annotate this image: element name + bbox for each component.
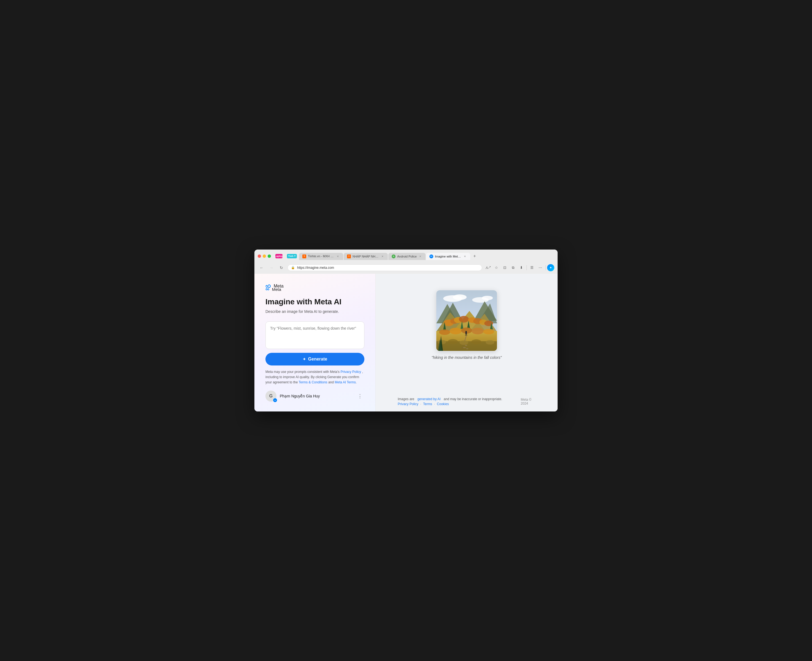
url-text: https://imagine.meta.com bbox=[297, 266, 479, 270]
tab-close-1[interactable]: ✕ bbox=[336, 254, 340, 258]
browser-tab-1[interactable]: T Tinhte.vn - MXH Hỏi đáp, Rev... ✕ bbox=[299, 253, 343, 260]
toolbar-actions: 𝐴↗ ☆ ⊡ ⧉ ⬇ ☰ ⋯ ✦ bbox=[484, 264, 554, 271]
svg-point-15 bbox=[459, 316, 469, 323]
browser-main: Meta ∞ Meta Imagine with Meta AI Describ… bbox=[255, 274, 557, 412]
browser-titlebar: Laptop Tinh T T Tinhte.vn - MXH Hỏi đáp,… bbox=[258, 252, 554, 260]
generated-by-ai-link[interactable]: generated by AI bbox=[417, 397, 440, 401]
tab-favicon-3: A bbox=[392, 254, 396, 258]
svg-point-28 bbox=[472, 328, 484, 334]
browser-tabs: T Tinhte.vn - MXH Hỏi đáp, Rev... ✕ T NH… bbox=[299, 252, 554, 260]
profile-tinht-badge[interactable]: Tinh T bbox=[287, 254, 297, 258]
svg-point-31 bbox=[465, 331, 467, 332]
browser-tab-4-active[interactable]: M Imagine with Meta AI ✕ bbox=[426, 253, 470, 260]
left-panel: Meta ∞ Meta Imagine with Meta AI Describ… bbox=[255, 274, 376, 412]
forward-button[interactable]: → bbox=[267, 264, 275, 271]
footer-cookies-link[interactable]: Cookies bbox=[437, 402, 449, 406]
svg-point-39 bbox=[471, 339, 481, 344]
user-info: G ∞ Phạm Nguyễn Gia Huy bbox=[266, 391, 320, 402]
more-button[interactable]: ⋯ bbox=[537, 264, 544, 271]
svg-point-40 bbox=[486, 340, 495, 345]
generate-button[interactable]: ✦ Generate bbox=[266, 353, 364, 366]
traffic-lights bbox=[258, 254, 271, 258]
tab-close-3[interactable]: ✕ bbox=[418, 254, 422, 258]
browser-tab-2[interactable]: T NHÁP NHÁP NHÁP | Tinhte.vn ✕ bbox=[344, 253, 388, 260]
user-avatar: G ∞ bbox=[266, 391, 277, 402]
page-title: Imagine with Meta AI bbox=[266, 297, 364, 307]
left-footer: G ∞ Phạm Nguyễn Gia Huy ⋮ bbox=[266, 385, 364, 402]
collections-button[interactable]: ⬇ bbox=[517, 264, 525, 271]
read-aloud-button[interactable]: 𝐴↗ bbox=[484, 264, 492, 271]
privacy-policy-link[interactable]: Privacy Policy bbox=[340, 370, 361, 374]
minimize-window-button[interactable] bbox=[263, 254, 266, 258]
lock-icon: 🔒 bbox=[291, 266, 295, 269]
profile-laptop-badge[interactable]: Laptop bbox=[275, 254, 282, 258]
svg-point-45 bbox=[466, 348, 468, 349]
svg-point-44 bbox=[463, 347, 466, 348]
back-button[interactable]: ← bbox=[258, 264, 266, 271]
tab-favicon-1: T bbox=[303, 254, 306, 258]
footer-copyright: Meta © 2024 bbox=[521, 398, 535, 406]
sparkle-icon: ✦ bbox=[303, 357, 306, 361]
user-name: Phạm Nguyễn Gia Huy bbox=[280, 394, 320, 398]
tab-favicon-4: M bbox=[429, 254, 433, 258]
svg-point-2 bbox=[453, 294, 467, 300]
user-meta-badge: ∞ bbox=[273, 398, 277, 402]
content-row: Meta ∞ Meta Imagine with Meta AI Describ… bbox=[255, 274, 557, 412]
footer-left: Images are generated by AI and may be in… bbox=[398, 397, 521, 406]
browser-toolbar: ← → ↻ 🔒 https://imagine.meta.com 𝐴↗ ☆ ⊡ … bbox=[258, 262, 554, 274]
maximize-window-button[interactable] bbox=[267, 254, 271, 258]
footer-terms-link[interactable]: Terms bbox=[423, 402, 432, 406]
user-menu-button[interactable]: ⋮ bbox=[356, 392, 364, 401]
terms-conditions-link[interactable]: Terms & Conditions bbox=[299, 380, 327, 384]
split-view-button[interactable]: ⧉ bbox=[509, 264, 517, 271]
generated-image bbox=[436, 290, 497, 351]
legal-text: Meta may use your prompts consistent wit… bbox=[266, 369, 364, 385]
tab-label-3: Android Police bbox=[397, 255, 417, 258]
meta-brand-text: Meta bbox=[272, 287, 281, 292]
sidebar-button[interactable]: ☰ bbox=[528, 264, 536, 271]
svg-point-38 bbox=[460, 340, 468, 345]
svg-point-26 bbox=[450, 328, 462, 334]
browser-chrome: Laptop Tinh T T Tinhte.vn - MXH Hỏi đáp,… bbox=[255, 249, 557, 274]
browser-window: Laptop Tinh T T Tinhte.vn - MXH Hỏi đáp,… bbox=[255, 249, 557, 412]
new-tab-button[interactable]: + bbox=[471, 252, 479, 260]
prompt-input[interactable] bbox=[266, 321, 364, 349]
footer-privacy-link[interactable]: Privacy Policy bbox=[398, 402, 418, 406]
svg-point-4 bbox=[482, 296, 493, 300]
browser-tab-3[interactable]: A Android Police ✕ bbox=[388, 253, 426, 260]
svg-point-25 bbox=[439, 329, 450, 335]
tab-label-4: Imagine with Meta AI bbox=[435, 255, 461, 258]
svg-rect-32 bbox=[466, 332, 467, 334]
page-subtitle: Describe an image for Meta AI to generat… bbox=[266, 309, 364, 314]
browser-view-button[interactable]: ⊡ bbox=[501, 264, 509, 271]
tab-label-1: Tinhte.vn - MXH Hỏi đáp, Rev... bbox=[308, 254, 334, 258]
address-bar[interactable]: 🔒 https://imagine.meta.com bbox=[287, 264, 482, 271]
image-caption: "hiking in the mountains in the fall col… bbox=[432, 355, 502, 360]
close-window-button[interactable] bbox=[258, 254, 261, 258]
tab-close-4[interactable]: ✕ bbox=[463, 254, 467, 258]
refresh-button[interactable]: ↻ bbox=[277, 264, 285, 271]
tab-favicon-2: T bbox=[347, 254, 351, 258]
right-panel: "hiking in the mountains in the fall col… bbox=[376, 274, 557, 412]
svg-point-43 bbox=[465, 345, 467, 346]
tab-label-2: NHÁP NHÁP NHÁP | Tinhte.vn bbox=[352, 255, 379, 258]
svg-point-29 bbox=[483, 329, 494, 334]
right-footer: Images are generated by AI and may be in… bbox=[387, 392, 546, 412]
favorite-button[interactable]: ☆ bbox=[493, 264, 500, 271]
tab-close-2[interactable]: ✕ bbox=[381, 254, 384, 258]
meta-ai-terms-link[interactable]: Meta AI Terms bbox=[335, 380, 356, 384]
generated-image-container: "hiking in the mountains in the fall col… bbox=[432, 290, 502, 360]
mountain-scene-svg bbox=[436, 290, 497, 351]
edge-copilot-button[interactable]: ✦ bbox=[547, 264, 554, 271]
svg-point-37 bbox=[448, 339, 458, 344]
